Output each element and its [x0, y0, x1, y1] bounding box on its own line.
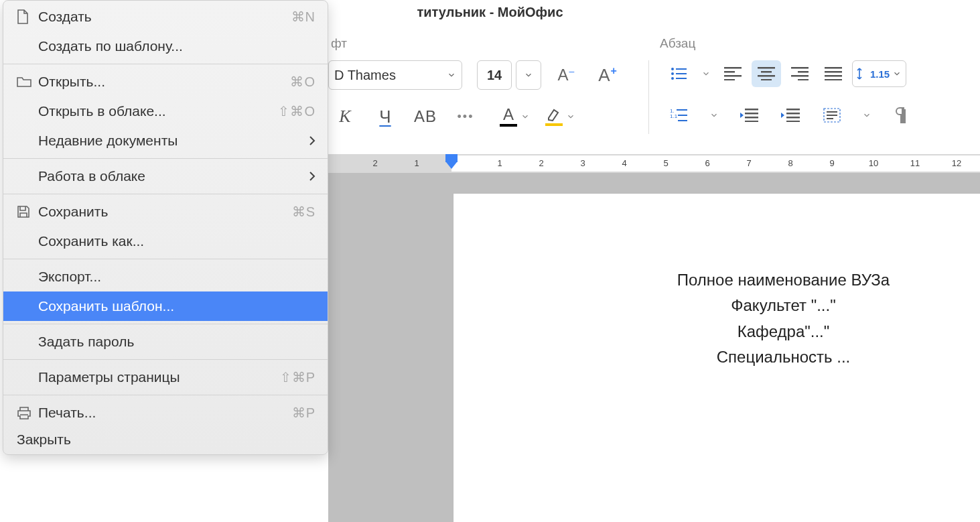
- menu-create[interactable]: Создать ⌘N: [3, 2, 328, 31]
- menu-save-as[interactable]: Сохранить как...: [3, 226, 328, 256]
- ruler-tick: 9: [825, 158, 839, 168]
- menu-save[interactable]: Сохранить ⌘S: [3, 197, 328, 226]
- font-color-icon: А: [503, 107, 514, 123]
- menu-open-cloud[interactable]: Открыть в облаке... ⇧⌘O: [3, 96, 328, 126]
- svg-point-2: [671, 72, 674, 75]
- italic-button[interactable]: К: [328, 103, 362, 130]
- menu-export[interactable]: Экспорт...: [3, 262, 328, 291]
- menu-cloud-work[interactable]: Работа в облаке: [3, 161, 328, 191]
- align-center-button[interactable]: [752, 60, 781, 87]
- window-title-text: титульник - МойОфис: [417, 5, 563, 20]
- svg-rect-18: [825, 67, 842, 69]
- svg-rect-16: [791, 75, 809, 77]
- menu-set-password[interactable]: Задать пароль: [3, 327, 328, 356]
- underline-button[interactable]: Ч: [368, 103, 402, 130]
- align-left-button[interactable]: [718, 60, 748, 87]
- horizontal-ruler[interactable]: 2112345678910111213: [328, 154, 980, 173]
- ruler-indent-marker[interactable]: [445, 154, 458, 162]
- svg-rect-3: [676, 73, 687, 74]
- ruler-tick: 1: [410, 158, 423, 168]
- bulleted-list-button[interactable]: [664, 60, 694, 87]
- ruler-tick: 1: [493, 158, 506, 168]
- document-line[interactable]: Полное наименование ВУЗа: [453, 267, 980, 293]
- menu-create-template[interactable]: Создать по шаблону...: [3, 31, 328, 61]
- document-line[interactable]: Кафедра"...": [453, 319, 980, 344]
- menu-open[interactable]: Открыть... ⌘O: [3, 67, 328, 96]
- document-body[interactable]: Полное наименование ВУЗаФакультет "..."К…: [453, 267, 980, 371]
- ribbon-label-font: фт: [331, 36, 347, 51]
- ruler-tick: 6: [701, 158, 714, 168]
- more-formatting-button[interactable]: •••: [449, 103, 482, 130]
- menu-separator: [3, 194, 328, 194]
- menu-label: Сохранить шаблон...: [38, 298, 316, 314]
- menu-separator: [3, 64, 328, 64]
- document-line[interactable]: Факультет "...": [453, 293, 980, 318]
- menu-label: Закрыть: [17, 432, 71, 447]
- highlight-color-swatch: [545, 123, 563, 126]
- svg-rect-6: [724, 67, 742, 69]
- document-canvas: Полное наименование ВУЗаФакультет "..."К…: [328, 173, 980, 522]
- menu-recent[interactable]: Недавние документы: [3, 126, 328, 155]
- svg-rect-9: [724, 79, 735, 80]
- file-menu: Создать ⌘N Создать по шаблону... Открыть…: [3, 0, 328, 455]
- menu-shortcut: ⌘N: [291, 9, 316, 25]
- font-color-dropdown[interactable]: [517, 112, 533, 121]
- ruler-tick: 5: [659, 158, 673, 168]
- line-spacing-icon: [857, 67, 867, 80]
- highlighter-icon: [546, 107, 562, 122]
- svg-point-0: [671, 68, 674, 70]
- document-page[interactable]: Полное наименование ВУЗаФакультет "..."К…: [453, 193, 980, 522]
- svg-rect-10: [758, 67, 775, 69]
- font-family-select[interactable]: D Thames: [328, 60, 462, 90]
- menu-close[interactable]: Закрыть: [3, 428, 328, 450]
- ruler-tick: 10: [867, 158, 880, 168]
- increase-font-button[interactable]: A+: [592, 60, 623, 90]
- svg-rect-12: [758, 75, 775, 77]
- font-row2: К Ч AB ••• А: [328, 102, 980, 131]
- menu-print[interactable]: Печать... ⌘P: [3, 398, 328, 428]
- decrease-font-button[interactable]: A–: [551, 60, 581, 90]
- highlight-dropdown[interactable]: [563, 112, 579, 121]
- align-justify-button[interactable]: [819, 60, 848, 87]
- document-line[interactable]: Специальность ...: [453, 344, 980, 370]
- menu-save-template[interactable]: Сохранить шаблон...: [3, 291, 328, 321]
- menu-separator: [3, 395, 328, 395]
- list-dropdown[interactable]: [698, 69, 714, 78]
- ribbon-label-paragraph: Абзац: [660, 36, 695, 51]
- ruler-tick: 8: [784, 158, 797, 168]
- menu-label: Задать пароль: [38, 334, 316, 350]
- font-size-value: 14: [487, 68, 502, 83]
- highlight-button[interactable]: [545, 107, 563, 126]
- menu-label: Экспорт...: [38, 269, 316, 285]
- chevron-down-icon: [892, 69, 902, 78]
- menu-label: Параметры страницы: [38, 369, 280, 385]
- menu-label: Работа в облаке: [38, 168, 309, 184]
- svg-rect-5: [676, 78, 687, 79]
- svg-rect-7: [724, 71, 735, 73]
- font-color-swatch: [500, 124, 517, 127]
- font-color-button[interactable]: А: [500, 107, 517, 127]
- ruler-tick: 4: [618, 158, 631, 168]
- menu-label: Открыть...: [38, 74, 290, 90]
- ruler-tick: 11: [908, 158, 922, 168]
- menu-separator: [3, 259, 328, 259]
- menu-label: Открыть в облаке...: [38, 103, 278, 119]
- chevron-right-icon: [309, 135, 316, 146]
- align-right-button[interactable]: [785, 60, 815, 87]
- svg-rect-14: [791, 67, 809, 69]
- font-size-input[interactable]: 14: [477, 60, 512, 90]
- menu-separator: [3, 324, 328, 324]
- menu-separator: [3, 158, 328, 159]
- chevron-right-icon: [309, 171, 316, 182]
- menu-page-params[interactable]: Параметры страницы ⇧⌘P: [3, 363, 328, 392]
- font-size-dropdown[interactable]: [516, 60, 541, 90]
- paragraph-row1: 1.15: [664, 60, 906, 87]
- text-case-button[interactable]: AB: [409, 103, 442, 130]
- line-spacing-select[interactable]: 1.15: [852, 60, 906, 87]
- chevron-down-icon: [524, 70, 533, 80]
- menu-label: Создать по шаблону...: [38, 38, 316, 54]
- svg-rect-8: [724, 75, 742, 77]
- menu-label: Сохранить: [38, 204, 292, 220]
- svg-rect-17: [798, 79, 809, 80]
- line-spacing-value: 1.15: [870, 68, 890, 80]
